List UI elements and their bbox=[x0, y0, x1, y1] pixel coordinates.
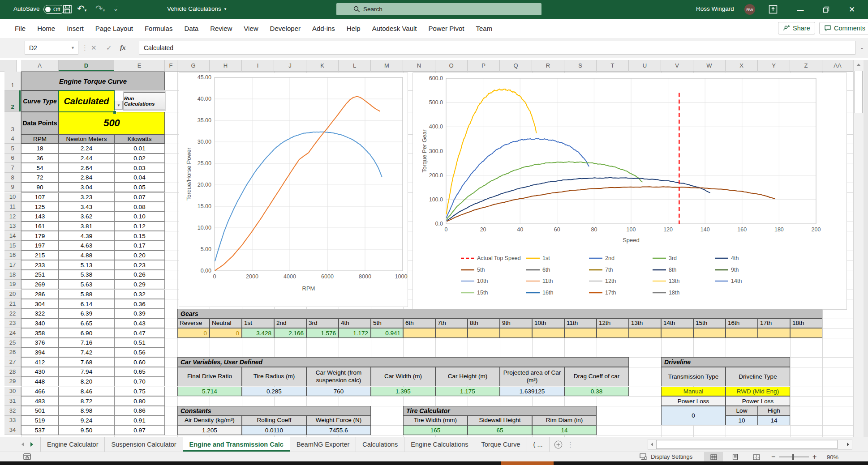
legend-item-actual-top-speed[interactable]: Actual Top Speed bbox=[461, 255, 521, 261]
row-header-8[interactable]: 8 bbox=[4, 173, 21, 183]
constants-title[interactable]: Constants bbox=[177, 406, 371, 416]
torque-cell[interactable]: 3.04 bbox=[59, 183, 114, 192]
ribbon-tab-data[interactable]: Data bbox=[178, 25, 204, 32]
torque-cell[interactable]: 6.14 bbox=[59, 299, 114, 309]
row-header-3[interactable]: 3 bbox=[4, 112, 21, 134]
torque-cell[interactable]: 0.26 bbox=[114, 270, 165, 280]
gears-value[interactable] bbox=[435, 328, 468, 338]
vertical-scrollbar[interactable] bbox=[853, 60, 864, 437]
gears-value[interactable] bbox=[693, 328, 726, 338]
zoom-level[interactable]: 90% bbox=[827, 454, 838, 461]
legend-item-5th[interactable]: 5th bbox=[461, 267, 485, 273]
row-header-4[interactable]: 4 bbox=[4, 134, 21, 144]
legend-item-6th[interactable]: 6th bbox=[526, 267, 550, 273]
row-header-2[interactable]: 2 bbox=[4, 90, 21, 112]
column-header-R[interactable]: R bbox=[532, 60, 564, 72]
torque-cell[interactable]: 8.20 bbox=[59, 377, 114, 387]
torque-cell[interactable]: 483 bbox=[21, 396, 59, 406]
row-header-33[interactable]: 33 bbox=[4, 416, 21, 426]
column-header-X[interactable]: X bbox=[726, 60, 758, 72]
row-header-32[interactable]: 32 bbox=[4, 406, 21, 416]
row-header-6[interactable]: 6 bbox=[4, 154, 21, 163]
torque-cell[interactable]: 18 bbox=[21, 144, 59, 154]
ribbon-tab-page-layout[interactable]: Page Layout bbox=[90, 25, 139, 32]
torque-cell[interactable]: 8.46 bbox=[59, 387, 114, 397]
legend-item-13th[interactable]: 13th bbox=[653, 278, 679, 284]
torque-cell[interactable]: 430 bbox=[21, 367, 59, 377]
gears-value[interactable] bbox=[790, 328, 822, 338]
car-variables-header[interactable]: Car Width (m) bbox=[371, 367, 435, 386]
legend-item-1st[interactable]: 1st bbox=[526, 255, 550, 261]
torque-cell[interactable]: 0.15 bbox=[114, 231, 165, 241]
torque-cell[interactable]: 0.04 bbox=[114, 173, 165, 183]
torque-cell[interactable]: 4.39 bbox=[59, 231, 114, 241]
v-scroll-thumb[interactable] bbox=[855, 71, 863, 113]
zoom-slider[interactable] bbox=[779, 456, 809, 457]
sheet-tab-calculations[interactable]: Calculations bbox=[356, 437, 404, 452]
torque-cell[interactable]: 215 bbox=[21, 251, 59, 260]
ribbon-tab-view[interactable]: View bbox=[238, 25, 264, 32]
gears-value[interactable] bbox=[468, 328, 500, 338]
sheet-tab-engine-calculator[interactable]: Engine Calculator bbox=[41, 437, 105, 452]
car-variables-header[interactable]: Final Drive Ratio bbox=[177, 367, 242, 386]
zoom-in-button[interactable]: + bbox=[812, 453, 816, 461]
torque-cell[interactable]: 0.17 bbox=[114, 241, 165, 251]
row-header-16[interactable]: 16 bbox=[4, 251, 21, 260]
row-header-30[interactable]: 30 bbox=[4, 387, 21, 397]
constants-value[interactable]: 7455.6 bbox=[306, 425, 371, 435]
torque-cell[interactable]: 0.10 bbox=[114, 212, 165, 222]
torque-cell[interactable]: 0.91 bbox=[114, 416, 165, 426]
ribbon-tab-home[interactable]: Home bbox=[31, 25, 61, 32]
gears-value[interactable] bbox=[500, 328, 532, 338]
legend-item-4th[interactable]: 4th bbox=[715, 255, 739, 261]
validation-dropdown-icon[interactable]: ▼ bbox=[115, 101, 123, 110]
row-header-7[interactable]: 7 bbox=[4, 163, 21, 173]
data-points-label[interactable]: Data Points bbox=[21, 112, 59, 134]
row-header-9[interactable]: 9 bbox=[4, 183, 21, 192]
torque-cell[interactable]: 448 bbox=[21, 377, 59, 387]
display-settings-button[interactable]: Display Settings bbox=[640, 453, 692, 460]
gears-header[interactable]: 3rd bbox=[306, 319, 339, 328]
torque-cell[interactable]: 7.68 bbox=[59, 357, 114, 367]
torque-cell[interactable]: 5.38 bbox=[59, 270, 114, 280]
row-header-5[interactable]: 5 bbox=[4, 144, 21, 154]
torque-cell[interactable]: 0.23 bbox=[114, 260, 165, 270]
new-sheet-button[interactable] bbox=[550, 437, 567, 452]
gears-header[interactable]: 5th bbox=[371, 319, 403, 328]
gears-value[interactable]: 0 bbox=[210, 328, 242, 338]
column-header-W[interactable]: W bbox=[693, 60, 726, 72]
car-variables-title[interactable]: Car Variables, User Defined bbox=[177, 357, 629, 367]
torque-cell[interactable]: 5.63 bbox=[59, 280, 114, 290]
column-header-G[interactable]: G bbox=[177, 60, 210, 72]
torque-col-header[interactable]: RPM bbox=[21, 134, 59, 144]
torque-cell[interactable]: 36 bbox=[21, 154, 59, 163]
torque-cell[interactable]: 8.72 bbox=[59, 396, 114, 406]
row-header-27[interactable]: 27 bbox=[4, 357, 21, 367]
torque-cell[interactable]: 0.51 bbox=[114, 338, 165, 348]
gears-header[interactable]: 4th bbox=[339, 319, 371, 328]
tire-calculator-value[interactable]: 65 bbox=[468, 425, 532, 435]
tire-calculator-header[interactable]: Sidewall Height bbox=[468, 416, 532, 426]
column-header-P[interactable]: P bbox=[468, 60, 500, 72]
row-header-26[interactable]: 26 bbox=[4, 348, 21, 358]
torque-cell[interactable]: 0.03 bbox=[114, 163, 165, 173]
torque-cell[interactable]: 7.16 bbox=[59, 338, 114, 348]
torque-cell[interactable]: 4.88 bbox=[59, 251, 114, 260]
car-variables-value[interactable]: 5.714 bbox=[177, 387, 242, 397]
torque-cell[interactable]: 0.20 bbox=[114, 251, 165, 260]
column-header-F[interactable]: F bbox=[165, 60, 177, 72]
minimize-button[interactable]: — bbox=[791, 0, 810, 19]
row-header-31[interactable]: 31 bbox=[4, 396, 21, 406]
torque-cell[interactable]: 269 bbox=[21, 280, 59, 290]
row-header-15[interactable]: 15 bbox=[4, 241, 21, 251]
torque-cell[interactable]: 3.62 bbox=[59, 212, 114, 222]
ribbon-display-options-icon[interactable] bbox=[769, 5, 778, 14]
ribbon-tab-review[interactable]: Review bbox=[204, 25, 238, 32]
gears-value[interactable]: 0 bbox=[177, 328, 210, 338]
row-header-22[interactable]: 22 bbox=[4, 309, 21, 319]
row-header-18[interactable]: 18 bbox=[4, 270, 21, 280]
column-header-A[interactable]: A bbox=[21, 60, 59, 72]
row-header-11[interactable]: 11 bbox=[4, 202, 21, 212]
restore-button[interactable] bbox=[816, 0, 836, 19]
torque-cell[interactable]: 537 bbox=[21, 425, 59, 435]
